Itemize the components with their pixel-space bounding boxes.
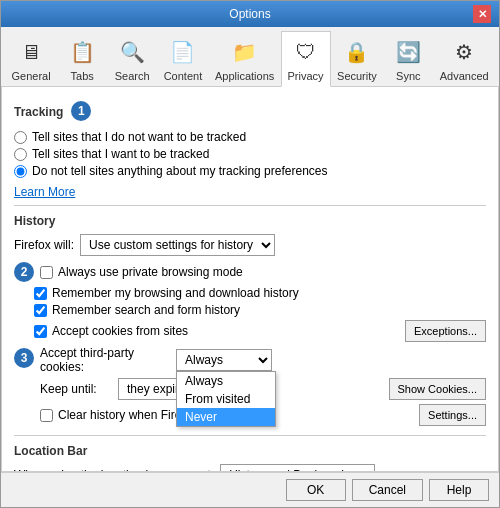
tabs-icon: 📋 xyxy=(66,36,98,68)
radio-tell[interactable] xyxy=(14,148,27,161)
location-bar-section: Location Bar When using the location bar… xyxy=(14,444,486,472)
ok-button[interactable]: OK xyxy=(286,479,346,501)
history-header: History xyxy=(14,214,486,228)
privacy-icon: 🛡 xyxy=(290,36,322,68)
tab-general-label: General xyxy=(12,70,51,82)
history-badge: 2 xyxy=(14,262,34,282)
accept-cookies-checkbox[interactable] xyxy=(34,325,47,338)
footer: OK Cancel Help xyxy=(1,472,499,507)
tab-tabs[interactable]: 📋 Tabs xyxy=(57,31,107,86)
tracking-section: Tracking 1 Tell sites that I do not want… xyxy=(14,97,486,199)
suggest-select[interactable]: History and Bookmarks History Bookmarks … xyxy=(220,464,375,472)
tracking-header: Tracking xyxy=(14,105,63,119)
radio-tell-row: Tell sites that I want to be tracked xyxy=(14,147,486,161)
accept-cookies-row: Accept cookies from sites Exceptions... xyxy=(14,320,486,342)
browsing-history-row: Remember my browsing and download histor… xyxy=(14,286,486,300)
tab-tabs-label: Tabs xyxy=(71,70,94,82)
radio-nothing-row: Do not tell sites anything about my trac… xyxy=(14,164,486,178)
keep-until-label: Keep until: xyxy=(40,382,112,396)
title-bar: Options ✕ xyxy=(1,1,499,27)
third-party-cookies-row: Accept third-party cookies: Always From … xyxy=(40,346,486,374)
general-icon: 🖥 xyxy=(15,36,47,68)
radio-no-tell[interactable] xyxy=(14,131,27,144)
tab-general[interactable]: 🖥 General xyxy=(5,31,57,86)
search-icon: 🔍 xyxy=(116,36,148,68)
third-party-select[interactable]: Always From visited Never xyxy=(176,349,272,371)
tab-privacy[interactable]: 🛡 Privacy xyxy=(281,31,331,87)
dropdown-option-from-visited[interactable]: From visited xyxy=(177,390,275,408)
cookies-badge: 3 xyxy=(14,348,34,368)
tab-search-label: Search xyxy=(115,70,150,82)
search-history-checkbox[interactable] xyxy=(34,304,47,317)
tab-sync-label: Sync xyxy=(396,70,420,82)
tab-privacy-label: Privacy xyxy=(288,70,324,82)
tab-security-label: Security xyxy=(337,70,377,82)
radio-nothing-label: Do not tell sites anything about my trac… xyxy=(32,164,328,178)
firefox-will-label: Firefox will: xyxy=(14,238,74,252)
tab-applications[interactable]: 📁 Applications xyxy=(209,31,281,86)
radio-no-tell-row: Tell sites that I do not want to be trac… xyxy=(14,130,486,144)
toolbar: 🖥 General 📋 Tabs 🔍 Search 📄 Content 📁 Ap… xyxy=(1,27,499,87)
cookies-settings: Accept third-party cookies: Always From … xyxy=(40,346,486,429)
history-firefox-will-row: Firefox will: Use custom settings for hi… xyxy=(14,234,486,256)
firefox-will-select[interactable]: Use custom settings for history Remember… xyxy=(80,234,275,256)
cancel-button[interactable]: Cancel xyxy=(352,479,423,501)
private-browsing-row: 2 Always use private browsing mode xyxy=(14,262,486,282)
location-bar-header: Location Bar xyxy=(14,444,486,458)
dropdown-option-never[interactable]: Never xyxy=(177,408,275,426)
tracking-badge: 1 xyxy=(71,101,91,121)
history-section: History Firefox will: Use custom setting… xyxy=(14,214,486,429)
content-icon: 📄 xyxy=(167,36,199,68)
tab-content[interactable]: 📄 Content xyxy=(157,31,209,86)
tab-security[interactable]: 🔒 Security xyxy=(331,31,384,86)
location-bar-suggest-row: When using the location bar, suggest: Hi… xyxy=(14,464,486,472)
show-cookies-button[interactable]: Show Cookies... xyxy=(389,378,486,400)
exceptions-button[interactable]: Exceptions... xyxy=(405,320,486,342)
learn-more-link[interactable]: Learn More xyxy=(14,185,75,199)
options-window: Options ✕ 🖥 General 📋 Tabs 🔍 Search 📄 Co… xyxy=(0,0,500,508)
cookies-area: 3 Accept third-party cookies: Always Fro… xyxy=(14,346,486,429)
close-button[interactable]: ✕ xyxy=(473,5,491,23)
search-history-label: Remember search and form history xyxy=(52,303,240,317)
radio-no-tell-label: Tell sites that I do not want to be trac… xyxy=(32,130,246,144)
browsing-history-label: Remember my browsing and download histor… xyxy=(52,286,299,300)
tab-applications-label: Applications xyxy=(215,70,274,82)
tab-advanced-label: Advanced xyxy=(440,70,489,82)
accept-cookies-label: Accept cookies from sites xyxy=(52,324,188,338)
window-title: Options xyxy=(27,7,473,21)
tab-search[interactable]: 🔍 Search xyxy=(107,31,157,86)
dropdown-option-always[interactable]: Always xyxy=(177,372,275,390)
tab-sync[interactable]: 🔄 Sync xyxy=(383,31,433,86)
third-party-dropdown-open: Always From visited Never xyxy=(176,371,276,427)
help-button[interactable]: Help xyxy=(429,479,489,501)
settings-button[interactable]: Settings... xyxy=(419,404,486,426)
third-party-dropdown-container: Always From visited Never Always From vi… xyxy=(176,349,272,371)
tab-content-label: Content xyxy=(164,70,203,82)
browsing-history-checkbox[interactable] xyxy=(34,287,47,300)
clear-history-checkbox[interactable] xyxy=(40,409,53,422)
tab-advanced[interactable]: ⚙ Advanced xyxy=(433,31,495,86)
radio-tell-label: Tell sites that I want to be tracked xyxy=(32,147,209,161)
security-icon: 🔒 xyxy=(341,36,373,68)
sync-icon: 🔄 xyxy=(392,36,424,68)
applications-icon: 📁 xyxy=(229,36,261,68)
advanced-icon: ⚙ xyxy=(448,36,480,68)
private-browsing-checkbox[interactable] xyxy=(40,266,53,279)
search-history-row: Remember search and form history xyxy=(14,303,486,317)
private-browsing-label: Always use private browsing mode xyxy=(58,265,243,279)
third-party-label: Accept third-party cookies: xyxy=(40,346,170,374)
content-area: Tracking 1 Tell sites that I do not want… xyxy=(1,87,499,472)
radio-nothing[interactable] xyxy=(14,165,27,178)
